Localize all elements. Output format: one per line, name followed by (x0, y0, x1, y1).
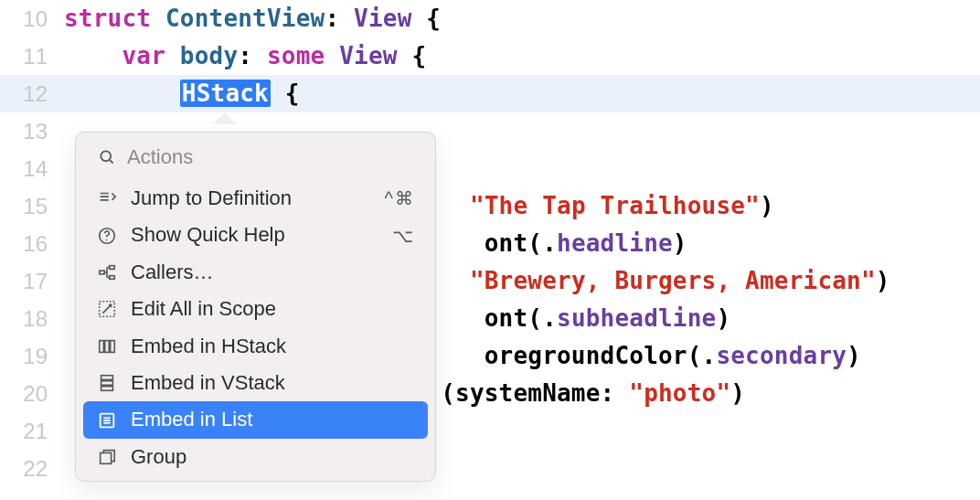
action-item-jump-to-definition[interactable]: Jump to Definition^⌘ (83, 180, 428, 217)
action-item-edit-all-in-scope[interactable]: Edit All in Scope (83, 291, 428, 327)
group-icon (96, 446, 118, 468)
vstack-icon (96, 372, 118, 394)
help-icon (96, 225, 118, 247)
actions-search-row[interactable]: Actions (76, 133, 435, 180)
actions-search-placeholder: Actions (127, 145, 193, 169)
svg-rect-4 (100, 271, 105, 274)
action-item-label: Embed in HStack (131, 335, 415, 358)
line-number: 20 (0, 375, 64, 412)
code-content: struct ContentView: View { (64, 0, 441, 37)
svg-rect-6 (110, 276, 115, 280)
action-item-shortcut: ^⌘ (385, 187, 415, 209)
line-number: 14 (0, 150, 64, 187)
action-item-shortcut: ⌥ (392, 225, 415, 247)
svg-point-3 (106, 239, 108, 240)
action-item-label: Callers… (131, 261, 415, 284)
svg-rect-18 (101, 452, 112, 463)
line-number: 12 (0, 75, 64, 112)
action-item-embed-in-vstack[interactable]: Embed in VStack (83, 365, 428, 401)
action-item-label: Embed in VStack (131, 371, 415, 395)
code-line[interactable]: 11 var body: some View { (0, 37, 980, 75)
svg-rect-10 (111, 340, 115, 352)
line-number: 10 (0, 0, 64, 37)
code-content: var body: some View { (64, 37, 426, 75)
line-number: 17 (0, 262, 64, 300)
search-icon (96, 146, 118, 168)
action-item-label: Edit All in Scope (131, 297, 415, 321)
actions-popover[interactable]: Actions Jump to Definition^⌘Show Quick H… (75, 132, 436, 482)
line-number: 15 (0, 187, 64, 225)
action-item-group[interactable]: Group (83, 439, 428, 475)
action-item-show-quick-help[interactable]: Show Quick Help⌥ (83, 217, 428, 253)
line-number: 11 (0, 37, 64, 75)
svg-point-0 (101, 151, 111, 161)
action-item-embed-in-list[interactable]: Embed in List (83, 401, 428, 438)
line-number: 19 (0, 337, 64, 375)
selected-symbol[interactable]: HStack (180, 80, 271, 107)
svg-rect-11 (101, 376, 113, 380)
svg-rect-5 (110, 266, 115, 270)
svg-rect-12 (101, 381, 113, 386)
line-number: 16 (0, 225, 64, 262)
code-line[interactable]: 10 struct ContentView: View { (0, 0, 980, 37)
action-item-label: Jump to Definition (131, 186, 372, 210)
line-number: 21 (0, 412, 64, 450)
code-line-highlighted[interactable]: 12 HStack { (0, 75, 980, 112)
action-item-callers[interactable]: Callers… (83, 254, 428, 291)
svg-rect-13 (101, 387, 113, 391)
action-item-embed-in-hstack[interactable]: Embed in HStack (83, 328, 428, 365)
action-item-label: Embed in List (131, 408, 415, 431)
definition-icon (96, 187, 118, 209)
svg-line-1 (110, 160, 113, 164)
line-number: 18 (0, 300, 64, 337)
line-number: 22 (0, 450, 64, 487)
action-item-label: Show Quick Help (131, 223, 379, 247)
list-icon (96, 410, 118, 431)
scope-icon (96, 298, 118, 320)
hstack-icon (96, 335, 118, 357)
code-content: HStack { (64, 75, 300, 112)
callers-icon (96, 261, 118, 283)
svg-rect-8 (100, 340, 104, 352)
action-item-label: Group (131, 445, 415, 469)
svg-rect-9 (105, 340, 110, 352)
line-number: 13 (0, 112, 64, 150)
